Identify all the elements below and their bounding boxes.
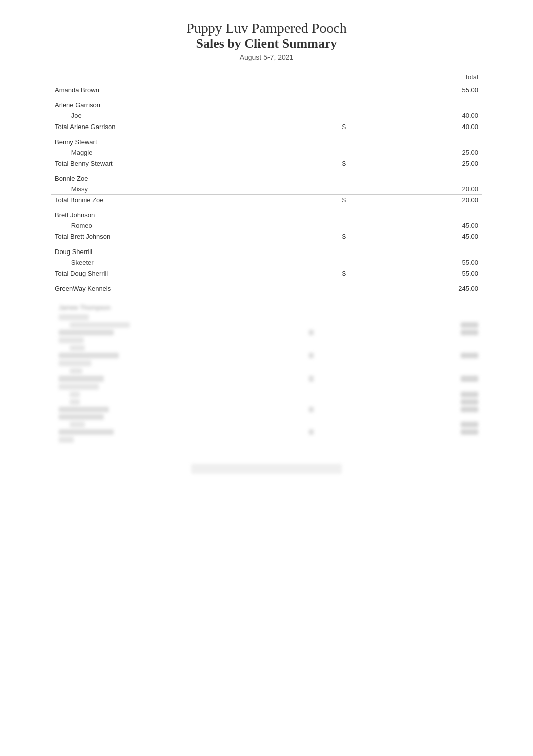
amount-cell <box>350 98 482 110</box>
amount-cell <box>350 245 482 257</box>
client-total-row: Total Doug Sherrill $ 55.00 <box>51 268 482 279</box>
pet-name-cell: Missy <box>51 184 310 195</box>
pet-name-cell: Romeo <box>51 220 310 231</box>
currency-cell <box>310 147 350 158</box>
pet-name-cell: Joe <box>51 110 310 121</box>
pet-amount-cell: 25.00 <box>350 147 482 158</box>
client-name-cell: Arlene Garrison <box>51 98 310 110</box>
client-name-row: Brett Johnson <box>51 208 482 220</box>
client-name-row: Bonnie Zoe <box>51 172 482 184</box>
pet-row: Missy 20.00 <box>51 184 482 195</box>
pet-row: Maggie 25.00 <box>51 147 482 158</box>
total-label-cell: Total Arlene Garrison <box>51 121 310 133</box>
currency-header <box>310 71 350 83</box>
pet-row: Joe 40.00 <box>51 110 482 121</box>
client-name-row: Amanda Brown 55.00 <box>51 83 482 96</box>
report-title: Sales by Client Summary <box>51 36 482 51</box>
pet-name-cell: Skeeter <box>51 257 310 268</box>
total-header: Total <box>350 71 482 83</box>
client-total-row: Total Bonnie Zoe $ 20.00 <box>51 195 482 206</box>
client-name-cell: Doug Sherrill <box>51 245 310 257</box>
amount-cell <box>350 172 482 184</box>
pet-amount-cell: 40.00 <box>350 110 482 121</box>
currency-symbol-cell: $ <box>310 231 350 242</box>
currency-symbol-cell: $ <box>310 195 350 206</box>
label-header <box>51 71 310 83</box>
sales-table: Total Amanda Brown 55.00 Arlene Garrison… <box>51 71 482 297</box>
client-total-row: Total Arlene Garrison $ 40.00 <box>51 121 482 133</box>
blurred-client-row: Jamee Thompson <box>55 302 478 313</box>
currency-cell <box>310 98 350 110</box>
client-name-row: Arlene Garrison <box>51 98 482 110</box>
currency-symbol-cell: $ <box>310 121 350 133</box>
client-name-cell: Brett Johnson <box>51 208 310 220</box>
report-page: Puppy Luv Pampered Pooch Sales by Client… <box>41 0 492 494</box>
currency-cell <box>310 184 350 195</box>
pet-name-cell: Maggie <box>51 147 310 158</box>
total-amount-cell: 20.00 <box>350 195 482 206</box>
date-range: August 5-7, 2021 <box>51 53 482 61</box>
pet-row: Skeeter 55.00 <box>51 257 482 268</box>
client-total-row: Total Brett Johnson $ 45.00 <box>51 231 482 242</box>
currency-cell <box>310 110 350 121</box>
total-label-cell: Total Doug Sherrill <box>51 268 310 279</box>
client-total-row: Total Benny Stewart $ 25.00 <box>51 158 482 169</box>
total-amount-cell: 25.00 <box>350 158 482 169</box>
client-name-row: Doug Sherrill <box>51 245 482 257</box>
currency-cell <box>310 220 350 231</box>
total-label-cell: Total Bonnie Zoe <box>51 195 310 206</box>
blurred-data-section: Jamee Thompson <box>51 302 482 444</box>
amount-cell <box>350 208 482 220</box>
client-name-cell: Amanda Brown <box>51 83 310 96</box>
amount-cell: 245.00 <box>350 282 482 294</box>
footer-blurred <box>191 464 342 474</box>
company-name: Puppy Luv Pampered Pooch <box>51 20 482 36</box>
table-header-row: Total <box>51 71 482 83</box>
currency-cell <box>310 135 350 147</box>
pet-amount-cell: 55.00 <box>350 257 482 268</box>
currency-cell <box>310 282 350 294</box>
total-amount-cell: 55.00 <box>350 268 482 279</box>
client-name-cell: GreenWay Kennels <box>51 282 310 294</box>
currency-cell <box>310 208 350 220</box>
report-header: Puppy Luv Pampered Pooch Sales by Client… <box>51 20 482 61</box>
total-label-cell: Total Benny Stewart <box>51 158 310 169</box>
currency-cell <box>310 257 350 268</box>
client-name-row: Benny Stewart <box>51 135 482 147</box>
client-name-cell: Benny Stewart <box>51 135 310 147</box>
amount-cell: 55.00 <box>350 83 482 96</box>
spacer-row <box>51 294 482 297</box>
pet-amount-cell: 45.00 <box>350 220 482 231</box>
currency-cell <box>310 245 350 257</box>
pet-row: Romeo 45.00 <box>51 220 482 231</box>
currency-cell <box>310 83 350 96</box>
currency-symbol-cell: $ <box>310 268 350 279</box>
currency-symbol-cell: $ <box>310 158 350 169</box>
pet-amount-cell: 20.00 <box>350 184 482 195</box>
total-amount-cell: 45.00 <box>350 231 482 242</box>
total-amount-cell: 40.00 <box>350 121 482 133</box>
total-label-cell: Total Brett Johnson <box>51 231 310 242</box>
client-name-cell: Bonnie Zoe <box>51 172 310 184</box>
client-name-row: GreenWay Kennels 245.00 <box>51 282 482 294</box>
currency-cell <box>310 172 350 184</box>
amount-cell <box>350 135 482 147</box>
